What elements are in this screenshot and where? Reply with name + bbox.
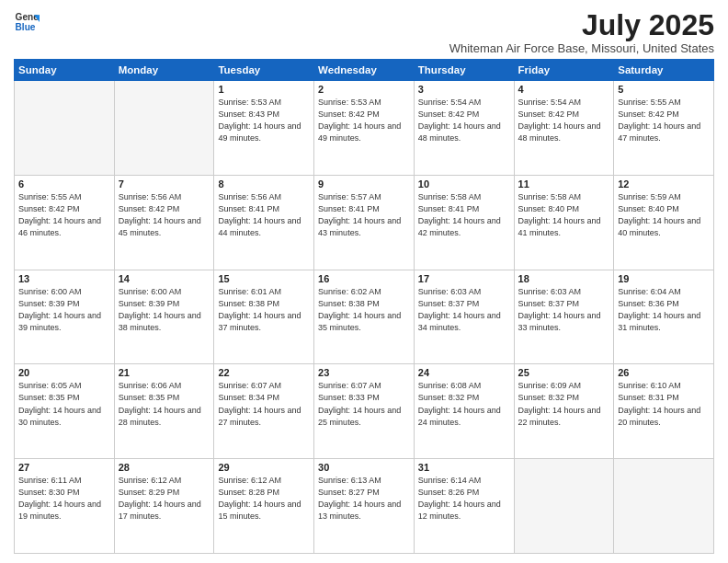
logo: General Blue — [14, 9, 40, 35]
calendar-cell: 4Sunrise: 5:54 AMSunset: 8:42 PMDaylight… — [514, 81, 614, 176]
day-info: Sunrise: 5:56 AMSunset: 8:42 PMDaylight:… — [119, 191, 210, 239]
day-info: Sunrise: 5:55 AMSunset: 8:42 PMDaylight:… — [18, 191, 110, 239]
day-number: 30 — [318, 462, 410, 473]
day-info: Sunrise: 6:12 AMSunset: 8:28 PMDaylight:… — [218, 475, 310, 523]
calendar-cell: 24Sunrise: 6:08 AMSunset: 8:32 PMDayligh… — [414, 364, 514, 459]
day-number: 19 — [618, 273, 710, 284]
day-info: Sunrise: 5:53 AMSunset: 8:42 PMDaylight:… — [318, 97, 410, 144]
day-number: 4 — [518, 84, 610, 95]
day-info: Sunrise: 5:53 AMSunset: 8:43 PMDaylight:… — [218, 97, 310, 144]
day-info: Sunrise: 5:55 AMSunset: 8:42 PMDaylight:… — [618, 97, 710, 144]
day-number: 24 — [418, 367, 510, 378]
day-info: Sunrise: 5:57 AMSunset: 8:41 PMDaylight:… — [318, 191, 410, 239]
day-info: Sunrise: 5:54 AMSunset: 8:42 PMDaylight:… — [418, 97, 510, 144]
day-info: Sunrise: 6:03 AMSunset: 8:37 PMDaylight:… — [418, 286, 510, 334]
weekday-header: Thursday — [414, 60, 514, 81]
day-info: Sunrise: 6:02 AMSunset: 8:38 PMDaylight:… — [318, 286, 410, 334]
day-info: Sunrise: 6:07 AMSunset: 8:34 PMDaylight:… — [218, 380, 310, 428]
title-section: July 2025 Whiteman Air Force Base, Misso… — [449, 9, 714, 55]
day-info: Sunrise: 6:08 AMSunset: 8:32 PMDaylight:… — [418, 380, 510, 428]
calendar-cell: 21Sunrise: 6:06 AMSunset: 8:35 PMDayligh… — [114, 364, 214, 459]
day-number: 9 — [318, 178, 410, 190]
day-number: 8 — [218, 178, 310, 190]
day-number: 11 — [518, 178, 610, 190]
calendar-cell: 30Sunrise: 6:13 AMSunset: 8:27 PMDayligh… — [314, 459, 415, 554]
day-info: Sunrise: 6:06 AMSunset: 8:35 PMDaylight:… — [119, 380, 210, 428]
calendar-cell — [614, 459, 714, 554]
day-info: Sunrise: 5:58 AMSunset: 8:40 PMDaylight:… — [518, 191, 610, 239]
day-number: 1 — [218, 84, 310, 95]
day-number: 10 — [418, 178, 510, 190]
day-number: 2 — [318, 84, 410, 95]
calendar-cell: 16Sunrise: 6:02 AMSunset: 8:38 PMDayligh… — [314, 270, 415, 364]
day-info: Sunrise: 5:56 AMSunset: 8:41 PMDaylight:… — [218, 191, 310, 239]
weekday-header: Friday — [514, 60, 614, 81]
svg-text:Blue: Blue — [16, 22, 36, 32]
day-info: Sunrise: 6:00 AMSunset: 8:39 PMDaylight:… — [119, 286, 210, 334]
day-info: Sunrise: 6:01 AMSunset: 8:38 PMDaylight:… — [218, 286, 310, 334]
day-info: Sunrise: 6:04 AMSunset: 8:36 PMDaylight:… — [618, 286, 710, 334]
weekday-header: Saturday — [614, 60, 714, 81]
day-number: 29 — [218, 462, 310, 473]
calendar-cell: 14Sunrise: 6:00 AMSunset: 8:39 PMDayligh… — [114, 270, 214, 364]
calendar-cell — [514, 459, 614, 554]
calendar-cell: 7Sunrise: 5:56 AMSunset: 8:42 PMDaylight… — [114, 175, 214, 270]
calendar-cell: 23Sunrise: 6:07 AMSunset: 8:33 PMDayligh… — [314, 364, 415, 459]
calendar-cell: 13Sunrise: 6:00 AMSunset: 8:39 PMDayligh… — [15, 270, 115, 364]
day-info: Sunrise: 6:11 AMSunset: 8:30 PMDaylight:… — [18, 475, 110, 523]
subtitle: Whiteman Air Force Base, Missouri, Unite… — [449, 41, 714, 55]
weekday-header: Monday — [114, 60, 214, 81]
calendar-cell: 6Sunrise: 5:55 AMSunset: 8:42 PMDaylight… — [15, 175, 115, 270]
day-number: 12 — [618, 178, 710, 190]
day-number: 20 — [18, 367, 110, 378]
day-number: 5 — [618, 84, 710, 95]
header: General Blue July 2025 Whiteman Air Forc… — [14, 9, 714, 55]
day-number: 27 — [18, 462, 110, 473]
calendar-cell: 1Sunrise: 5:53 AMSunset: 8:43 PMDaylight… — [214, 81, 314, 176]
calendar-cell: 22Sunrise: 6:07 AMSunset: 8:34 PMDayligh… — [214, 364, 314, 459]
calendar-table: SundayMondayTuesdayWednesdayThursdayFrid… — [14, 59, 714, 554]
calendar-cell: 12Sunrise: 5:59 AMSunset: 8:40 PMDayligh… — [614, 175, 714, 270]
weekday-header: Tuesday — [214, 60, 314, 81]
calendar-cell: 9Sunrise: 5:57 AMSunset: 8:41 PMDaylight… — [314, 175, 415, 270]
day-number: 26 — [618, 367, 710, 378]
day-number: 14 — [119, 273, 210, 284]
day-number: 18 — [518, 273, 610, 284]
calendar-cell: 28Sunrise: 6:12 AMSunset: 8:29 PMDayligh… — [114, 459, 214, 554]
calendar-cell: 5Sunrise: 5:55 AMSunset: 8:42 PMDaylight… — [614, 81, 714, 176]
weekday-header: Wednesday — [314, 60, 415, 81]
day-info: Sunrise: 5:58 AMSunset: 8:41 PMDaylight:… — [418, 191, 510, 239]
calendar-cell: 18Sunrise: 6:03 AMSunset: 8:37 PMDayligh… — [514, 270, 614, 364]
day-number: 15 — [218, 273, 310, 284]
calendar-cell: 17Sunrise: 6:03 AMSunset: 8:37 PMDayligh… — [414, 270, 514, 364]
day-info: Sunrise: 6:14 AMSunset: 8:26 PMDaylight:… — [418, 475, 510, 523]
calendar-cell: 8Sunrise: 5:56 AMSunset: 8:41 PMDaylight… — [214, 175, 314, 270]
day-info: Sunrise: 5:54 AMSunset: 8:42 PMDaylight:… — [518, 97, 610, 144]
calendar-cell: 2Sunrise: 5:53 AMSunset: 8:42 PMDaylight… — [314, 81, 415, 176]
calendar-cell: 19Sunrise: 6:04 AMSunset: 8:36 PMDayligh… — [614, 270, 714, 364]
calendar-cell: 29Sunrise: 6:12 AMSunset: 8:28 PMDayligh… — [214, 459, 314, 554]
day-number: 31 — [418, 462, 510, 473]
day-info: Sunrise: 6:13 AMSunset: 8:27 PMDaylight:… — [318, 475, 410, 523]
day-info: Sunrise: 6:10 AMSunset: 8:31 PMDaylight:… — [618, 380, 710, 428]
day-number: 13 — [18, 273, 110, 284]
calendar-cell — [15, 81, 115, 176]
calendar-cell: 11Sunrise: 5:58 AMSunset: 8:40 PMDayligh… — [514, 175, 614, 270]
day-number: 23 — [318, 367, 410, 378]
day-number: 21 — [119, 367, 210, 378]
calendar-cell: 15Sunrise: 6:01 AMSunset: 8:38 PMDayligh… — [214, 270, 314, 364]
calendar-cell: 31Sunrise: 6:14 AMSunset: 8:26 PMDayligh… — [414, 459, 514, 554]
calendar-cell: 27Sunrise: 6:11 AMSunset: 8:30 PMDayligh… — [15, 459, 115, 554]
day-number: 17 — [418, 273, 510, 284]
main-title: July 2025 — [449, 9, 714, 41]
day-info: Sunrise: 6:12 AMSunset: 8:29 PMDaylight:… — [119, 475, 210, 523]
day-info: Sunrise: 5:59 AMSunset: 8:40 PMDaylight:… — [618, 191, 710, 239]
calendar-cell: 20Sunrise: 6:05 AMSunset: 8:35 PMDayligh… — [15, 364, 115, 459]
day-number: 16 — [318, 273, 410, 284]
logo-icon: General Blue — [14, 9, 40, 35]
day-info: Sunrise: 6:05 AMSunset: 8:35 PMDaylight:… — [18, 380, 110, 428]
day-info: Sunrise: 6:00 AMSunset: 8:39 PMDaylight:… — [18, 286, 110, 334]
day-info: Sunrise: 6:07 AMSunset: 8:33 PMDaylight:… — [318, 380, 410, 428]
day-number: 3 — [418, 84, 510, 95]
day-info: Sunrise: 6:03 AMSunset: 8:37 PMDaylight:… — [518, 286, 610, 334]
